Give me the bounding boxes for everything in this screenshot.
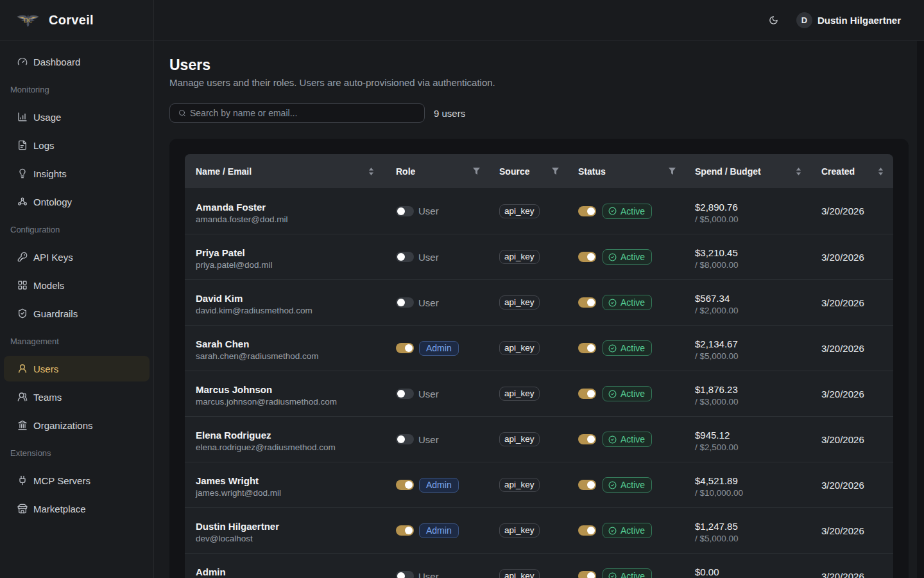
svg-text:DC: DC xyxy=(24,16,33,23)
